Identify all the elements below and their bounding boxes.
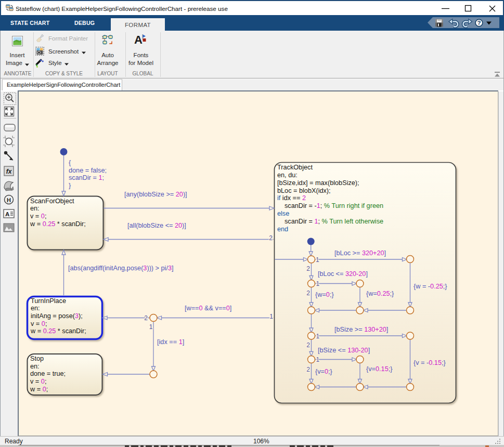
svg-text:1: 1 <box>316 333 320 340</box>
svg-text:en:: en: <box>30 205 40 212</box>
svg-text:[any(blobSize >= 20)]: [any(blobSize >= 20)] <box>124 191 187 198</box>
svg-text:done = true;: done = true; <box>30 370 66 377</box>
svg-text:scanDir = -1; % Turn right if: scanDir = -1; % Turn right if green <box>285 202 383 209</box>
svg-text:w = 0.25 * scanDir;: w = 0.25 * scanDir; <box>30 220 86 228</box>
svg-text:en:: en: <box>31 305 40 312</box>
svg-text:{: { <box>69 159 71 166</box>
svg-text:A: A <box>134 33 143 45</box>
svg-text:en:: en: <box>30 363 40 370</box>
svg-text:{v = -0.15;}: {v = -0.15;} <box>413 359 446 366</box>
svg-text:[bSize,idx] = max(blobSize);: [bSize,idx] = max(blobSize); <box>277 179 359 187</box>
svg-text:v = 0;: v = 0; <box>30 213 46 220</box>
svg-text:[bSize <= 130-20]: [bSize <= 130-20] <box>318 347 370 354</box>
svg-text:1: 1 <box>316 280 320 287</box>
svg-text:scanDir = 1; % Turn left other: scanDir = 1; % Turn left otherwise <box>285 218 383 225</box>
svg-text:{v=0;}: {v=0;} <box>315 368 333 375</box>
svg-text:end: end <box>277 226 288 233</box>
svg-text:TurnInPlace: TurnInPlace <box>31 297 66 305</box>
svg-text:{w=0.25;}: {w=0.25;} <box>366 290 394 297</box>
svg-text:[idx == 1]: [idx == 1] <box>157 338 184 346</box>
svg-text:2: 2 <box>306 265 310 272</box>
svg-text:A: A <box>5 211 9 217</box>
svg-text:1: 1 <box>316 356 320 363</box>
svg-text:[all(blobSize <= 20)]: [all(blobSize <= 20)] <box>127 222 186 229</box>
svg-text:2: 2 <box>144 314 148 322</box>
svg-text:1: 1 <box>149 323 153 331</box>
svg-text:{w = -0.25;}: {w = -0.25;} <box>413 283 447 290</box>
svg-text:en, du:: en, du: <box>277 172 298 179</box>
svg-text:1: 1 <box>269 313 273 320</box>
svg-text:1: 1 <box>316 256 319 264</box>
svg-text:scanDir = 1;: scanDir = 1; <box>69 174 104 181</box>
svg-text:{w=0;}: {w=0;} <box>315 291 334 298</box>
svg-text:initAng = pose(3);: initAng = pose(3); <box>31 312 83 320</box>
svg-text:w = 0;: w = 0; <box>30 386 48 393</box>
svg-text:done = false;: done = false; <box>69 167 107 174</box>
svg-text:if idx == 2: if idx == 2 <box>277 194 306 202</box>
svg-text:2: 2 <box>269 234 273 242</box>
svg-text:{v=0.15;}: {v=0.15;} <box>366 365 393 373</box>
svg-text:[bLoc >= 320+20]: [bLoc >= 320+20] <box>334 249 386 257</box>
svg-text:bLoc = blobX(idx);: bLoc = blobX(idx); <box>277 187 331 194</box>
svg-text:2: 2 <box>306 341 310 349</box>
svg-text:v = 0;: v = 0; <box>30 378 46 385</box>
svg-text:H: H <box>7 197 11 203</box>
svg-text:2: 2 <box>306 366 310 373</box>
svg-text:TrackObject: TrackObject <box>277 164 313 171</box>
svg-text:fx: fx <box>6 168 12 175</box>
svg-text:[bSize >= 130+20]: [bSize >= 130+20] <box>334 326 388 333</box>
svg-text:?: ? <box>477 20 481 26</box>
svg-text:v = 0;: v = 0; <box>31 320 47 327</box>
svg-text:w = 0.25 * scanDir;: w = 0.25 * scanDir; <box>30 327 86 335</box>
svg-text:}: } <box>69 182 71 189</box>
svg-text:else: else <box>277 210 289 217</box>
svg-text:[bLoc <= 320-20]: [bLoc <= 320-20] <box>318 270 368 278</box>
svg-text:Stop: Stop <box>30 355 44 362</box>
svg-text:ScanForObject: ScanForObject <box>30 198 74 205</box>
svg-text:[abs(angdiff(initAng,pose(3))): [abs(angdiff(initAng,pose(3))) > pi/3] <box>68 265 174 272</box>
svg-text:[w==0 && v==0]: [w==0 && v==0] <box>185 305 231 312</box>
svg-text:2: 2 <box>306 290 310 297</box>
